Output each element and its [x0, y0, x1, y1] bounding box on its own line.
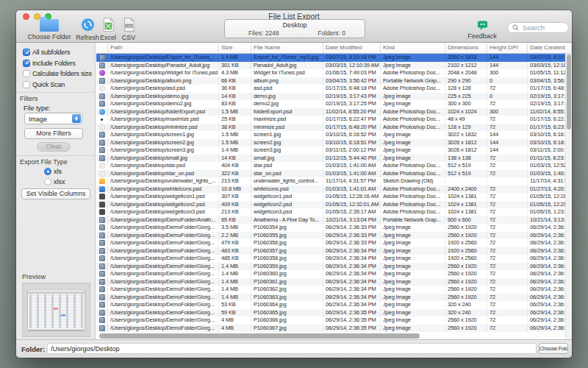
- table-row[interactable]: /Users/giorgos/Desktop/demo.jpg14 KBdemo…: [96, 93, 572, 101]
- horizontal-scrollbar-thumb[interactable]: [99, 333, 420, 339]
- table-row[interactable]: /Users/giorgos/Desktop/underwater_lights…: [96, 177, 572, 185]
- column-header-height-dpi[interactable]: Height DPI: [487, 43, 528, 53]
- checkbox-all-subfolders[interactable]: All subfolders: [23, 49, 70, 56]
- choose-folder-footer-button[interactable]: Choose Folder: [539, 343, 568, 354]
- column-header-date-modified[interactable]: Date Modified: [323, 43, 381, 53]
- cell-date-modified: 10/21/14, 3:13:04 PM: [323, 216, 381, 224]
- set-visible-columns-button[interactable]: Set Visible Columns: [21, 188, 90, 199]
- cell-date-modified: 06/29/14, 2:36:35 PM: [323, 325, 381, 333]
- radio-xlsx[interactable]: xlsx: [44, 178, 65, 185]
- titlebar-toolbar: File List Export Choose Folder Refresh: [16, 10, 572, 43]
- checkbox-quick-scan[interactable]: Quick Scan: [23, 81, 65, 88]
- cell-size: 14 KB: [219, 93, 251, 101]
- cell-height-dpi: 72: [487, 247, 528, 255]
- column-header-file-name[interactable]: File Name: [251, 43, 323, 53]
- cell-path: /Users/giorgos/Desktop/DemoFolder/Giorg.…: [108, 294, 219, 302]
- photo-icon: [99, 93, 105, 99]
- table-row[interactable]: /Users/giorgos/Desktop/screen3.jpg1.4 MB…: [96, 146, 572, 155]
- dark-square-icon: [99, 209, 105, 215]
- cell-dimensions: 138 x 138: [445, 155, 487, 163]
- column-header-path[interactable]: Path: [108, 43, 219, 53]
- vertical-scrollbar[interactable]: [565, 54, 572, 339]
- column-header-date-created[interactable]: Date Created: [528, 43, 572, 53]
- file-type-dropdown[interactable]: Image: [24, 113, 82, 124]
- photo-icon: [99, 233, 105, 238]
- sidebar-divider: [16, 92, 96, 93]
- cell-dimensions: 1024 x 1381: [445, 193, 487, 201]
- clear-filters-button[interactable]: Clear: [37, 142, 71, 152]
- cell-height-dpi: 72: [487, 85, 528, 93]
- cell-file-icon: [96, 116, 108, 124]
- table-row[interactable]: /Users/giorgos/Desktop/DemoFolder/Giorg.…: [96, 316, 572, 325]
- cell-date-modified: 06/29/14, 2:36:34 PM: [323, 286, 381, 294]
- table-row[interactable]: /Users/giorgos/Desktop/whiteIcons.psd10.…: [96, 185, 572, 194]
- radio-xls[interactable]: xls: [44, 168, 62, 175]
- table-row[interactable]: /Users/giorgos/Desktop/DemoFolder/Giorg.…: [96, 325, 572, 333]
- table-row[interactable]: /Users/giorgos/Desktop/Panadol_Adult.jpg…: [96, 62, 572, 70]
- table-row[interactable]: /Users/giorgos/Desktop/DemoFolder/Giorg.…: [96, 301, 572, 309]
- table-row[interactable]: /Users/giorgos/Desktop/screen1.jpg1.5 MB…: [96, 131, 572, 139]
- csv-export-button[interactable]: CSV CSV: [117, 18, 140, 41]
- table-row[interactable]: /Users/giorgos/Desktop/DemoFolder/Giorg.…: [96, 263, 572, 271]
- cell-date-modified: 01/05/15, 12:32:01 AM: [323, 201, 381, 209]
- table-row[interactable]: /Users/giorgos/Desktop/Export_for_iTunes…: [96, 54, 572, 62]
- table-row[interactable]: /Users/giorgos/Desktop/DemoFolder/Anath.…: [96, 216, 572, 224]
- table-row[interactable]: /Users/giorgos/Desktop/DemoFolder/Giorg.…: [96, 294, 572, 302]
- cell-file-name: P1060362.jpg: [251, 286, 323, 294]
- horizontal-scrollbar[interactable]: [96, 333, 565, 339]
- table-row[interactable]: /Users/giorgos/Desktop/widgetIcon2.psd40…: [96, 201, 572, 209]
- table-row[interactable]: /Users/giorgos/Desktop/DemoFolder/Giorg.…: [96, 239, 572, 247]
- cell-file-name: demo.jpg: [251, 93, 323, 101]
- folder-path-field[interactable]: [47, 343, 537, 354]
- table-row[interactable]: /Users/giorgos/Desktop/DemoFolder/Giorg.…: [96, 247, 572, 255]
- table-row[interactable]: /Users/giorgos/Desktop/DemoFolder/Giorg.…: [96, 224, 572, 232]
- checkbox-calculate-folders-size[interactable]: Calculate folders size: [23, 70, 92, 77]
- table-row[interactable]: /Users/giorgos/Desktop/widgetIcon1.psd30…: [96, 193, 572, 201]
- cell-date-modified: 06/29/14, 2:36:33 PM: [323, 232, 381, 240]
- table-row[interactable]: /Users/giorgos/Desktop/folderExport.psd1…: [96, 108, 572, 116]
- cell-path: /Users/giorgos/Desktop/DemoFolder/Giorg.…: [108, 263, 219, 271]
- cell-height-dpi: 72: [487, 224, 528, 232]
- cell-file-name: Panadol_Adult.jpg: [251, 62, 323, 70]
- blue-circle-icon: [99, 109, 105, 115]
- table-row[interactable]: /Users/giorgos/Desktop/star.psd404 KBsta…: [96, 162, 572, 170]
- table-row[interactable]: /Users/giorgos/Desktop/DemoFolder/Giorg.…: [96, 255, 572, 263]
- faint-icon: [99, 163, 105, 169]
- feedback-button[interactable]: Feedback: [466, 18, 498, 40]
- more-filters-button[interactable]: More Filters: [24, 128, 83, 139]
- table-row[interactable]: /Users/giorgos/Desktop/widgetIcon3.psd21…: [96, 208, 572, 216]
- cell-file-icon: [96, 201, 108, 209]
- column-header-kind[interactable]: Kind: [381, 43, 445, 53]
- cell-date-modified: 11/02/14, 8:55:20 PM: [323, 108, 381, 116]
- table-row[interactable]: /Users/giorgos/Desktop/maximize.psd25 KB…: [96, 116, 572, 124]
- table-row[interactable]: /Users/giorgos/Desktop/DemoFolder/Giorg.…: [96, 270, 572, 278]
- excel-file-icon: [101, 18, 115, 32]
- cell-file-icon: [96, 301, 108, 309]
- table-row[interactable]: /Users/giorgos/Desktop/DemoFolder/Giorg.…: [96, 232, 572, 240]
- column-header-icon[interactable]: [96, 43, 108, 53]
- photo-icon: [99, 155, 105, 161]
- table-row[interactable]: /Users/giorgos/Desktop/album.png66 KBalb…: [96, 77, 572, 85]
- table-row[interactable]: /Users/giorgos/Desktop/DemoFolder/Giorg.…: [96, 278, 572, 286]
- table-row[interactable]: /Users/giorgos/Desktop/demo2.jpg83 KBdem…: [96, 100, 572, 108]
- table-row[interactable]: /Users/giorgos/Desktop/DemoFolder/Giorg.…: [96, 309, 572, 317]
- cell-date-modified: 01/05/15, 12:28:16 AM: [323, 193, 381, 201]
- table-row[interactable]: /Users/giorgos/Desktop/star_on.psd322 KB…: [96, 170, 572, 178]
- cell-file-icon: [96, 208, 108, 216]
- checkbox-icon: [23, 49, 30, 56]
- column-header-size[interactable]: Size: [219, 43, 251, 53]
- table-row[interactable]: /Users/giorgos/Desktop/screen2.jpg1.5 MB…: [96, 139, 572, 147]
- column-header-dimensions[interactable]: Dimensions: [445, 43, 487, 53]
- checkbox-include-folders[interactable]: Include Folders: [23, 60, 76, 67]
- search-field[interactable]: [507, 22, 569, 33]
- choose-folder-toolbar-button[interactable]: Choose Folder: [26, 18, 73, 40]
- table-row[interactable]: /Users/giorgos/Desktop/DemoFolder/Giorg.…: [96, 286, 572, 294]
- search-input[interactable]: [521, 23, 568, 32]
- table-row[interactable]: /Users/giorgos/Desktop/Widget for iTunes…: [96, 69, 572, 77]
- table-row[interactable]: /Users/giorgos/Desktop/small.jpg14 KBsma…: [96, 155, 572, 163]
- table-row[interactable]: /Users/giorgos/Desktop/minimize.psd38 KB…: [96, 124, 572, 132]
- vertical-scrollbar-thumb[interactable]: [567, 54, 571, 130]
- purple-circle-icon: [99, 70, 105, 76]
- status-folders-count: Folders: 0: [318, 29, 345, 37]
- table-row[interactable]: /Users/giorgos/Desktop/asd.psd36 KBasd.p…: [96, 85, 572, 93]
